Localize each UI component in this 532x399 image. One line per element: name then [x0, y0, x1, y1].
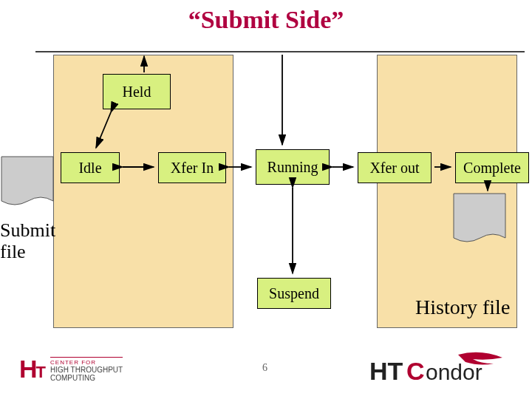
history-file-label: History file: [415, 296, 510, 319]
history-file-doc-icon: [452, 192, 510, 251]
svg-text:HT: HT: [369, 357, 403, 385]
slide-title: “Submit Side”: [0, 6, 532, 34]
right-panel: [377, 55, 517, 328]
state-idle: Idle: [61, 152, 120, 183]
state-running-label: Running: [267, 159, 318, 176]
submit-file-doc-icon: [0, 155, 58, 214]
htcondor-logo: HT C ondor: [369, 350, 525, 395]
state-idle-label: Idle: [78, 160, 101, 177]
state-xfer-in-label: Xfer In: [171, 160, 214, 177]
state-held: Held: [103, 74, 171, 109]
state-xfer-in: Xfer In: [158, 152, 226, 183]
submit-file-label: Submitfile: [0, 220, 55, 262]
state-held-label: Held: [123, 83, 151, 100]
page-number: 6: [262, 362, 267, 374]
state-complete-label: Complete: [463, 160, 521, 177]
state-running: Running: [256, 149, 330, 185]
chtc-logo: HT CENTER FOR HIGH THROUGHPUT COMPUTING: [19, 355, 123, 383]
svg-text:C: C: [406, 357, 425, 385]
state-xfer-out-label: Xfer out: [369, 160, 419, 177]
state-xfer-out: Xfer out: [358, 152, 432, 183]
state-complete: Complete: [455, 152, 529, 183]
state-suspend-label: Suspend: [269, 285, 319, 302]
state-suspend: Suspend: [257, 278, 331, 309]
